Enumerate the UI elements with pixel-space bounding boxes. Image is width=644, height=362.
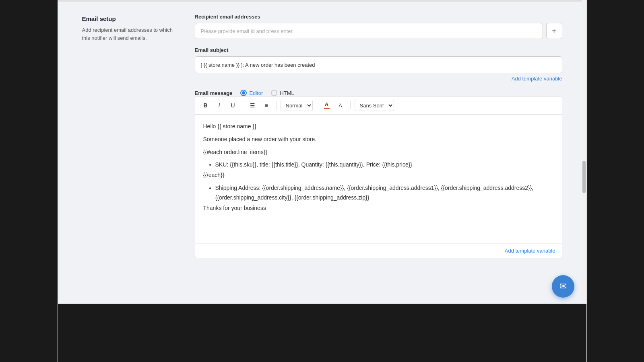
underline-button[interactable]: U	[227, 100, 239, 111]
email-message-label: Email message	[195, 90, 233, 96]
subject-input[interactable]	[195, 56, 562, 73]
bottom-black-area	[58, 304, 586, 362]
email-input[interactable]	[195, 23, 543, 39]
editor-line-2: Someone placed a new order with your sto…	[203, 135, 554, 144]
editor-radio-option[interactable]: Editor	[240, 90, 263, 96]
editor-body[interactable]: Hello {{ store.name }} Someone placed a …	[195, 115, 562, 243]
editor-mode-radio-group: Editor HTML	[240, 90, 294, 96]
editor-container: B I U ☰ ≡ Normal A	[195, 96, 562, 258]
toolbar-divider-1	[243, 101, 243, 109]
recipient-label: Recipient email addresses	[195, 14, 562, 20]
editor-line-5: {{/each}}	[203, 171, 554, 180]
font-select[interactable]: Sans Serif	[355, 100, 394, 111]
bold-button[interactable]: B	[200, 100, 211, 111]
editor-line-1: Hello {{ store.name }}	[203, 122, 554, 132]
editor-line-6: Shipping Address: {{order.shipping_addre…	[215, 183, 554, 203]
email-setup-description: Add recipient email addresses to which t…	[82, 26, 179, 42]
editor-line-7: Thanks for your business	[203, 204, 554, 213]
unordered-list-button[interactable]: ≡	[261, 100, 272, 111]
style-select[interactable]: Normal	[281, 100, 313, 111]
toolbar-divider-3	[317, 101, 317, 109]
font-color-icon: A	[325, 102, 328, 107]
recipient-section: Recipient email addresses +	[195, 14, 562, 39]
scrollbar-thumb[interactable]	[582, 161, 586, 193]
subject-section: Email subject Add template variable	[195, 47, 562, 82]
editor-radio-label: Editor	[249, 90, 263, 96]
ordered-list-button[interactable]: ☰	[247, 100, 258, 111]
highlight-icon: Ã	[339, 103, 342, 109]
html-radio-label: HTML	[280, 90, 294, 96]
highlight-button[interactable]: Ã	[335, 100, 346, 111]
email-message-section: Email message Editor HTML	[195, 90, 562, 258]
email-setup-title: Email setup	[82, 15, 179, 22]
font-color-button[interactable]: A	[321, 100, 332, 111]
floating-mail-button[interactable]	[552, 275, 574, 298]
editor-radio-circle[interactable]	[240, 90, 247, 96]
toolbar-divider-2	[276, 101, 277, 109]
editor-toolbar: B I U ☰ ≡ Normal A	[195, 97, 562, 115]
add-template-variable-link-top[interactable]: Add template variable	[195, 76, 562, 82]
html-radio-circle[interactable]	[271, 90, 277, 96]
html-radio-option[interactable]: HTML	[271, 90, 294, 96]
add-email-button[interactable]: +	[546, 23, 562, 39]
font-color-bar	[324, 108, 330, 109]
toolbar-divider-4	[350, 101, 351, 109]
editor-line-4: SKU: {{this.sku}}, title: {{this.title}}…	[215, 160, 554, 170]
italic-button[interactable]: I	[214, 100, 225, 111]
add-template-variable-link-bottom[interactable]: Add template variable	[195, 243, 562, 258]
editor-line-3: {{#each order.line_items}}	[203, 148, 554, 157]
subject-label: Email subject	[195, 47, 562, 53]
